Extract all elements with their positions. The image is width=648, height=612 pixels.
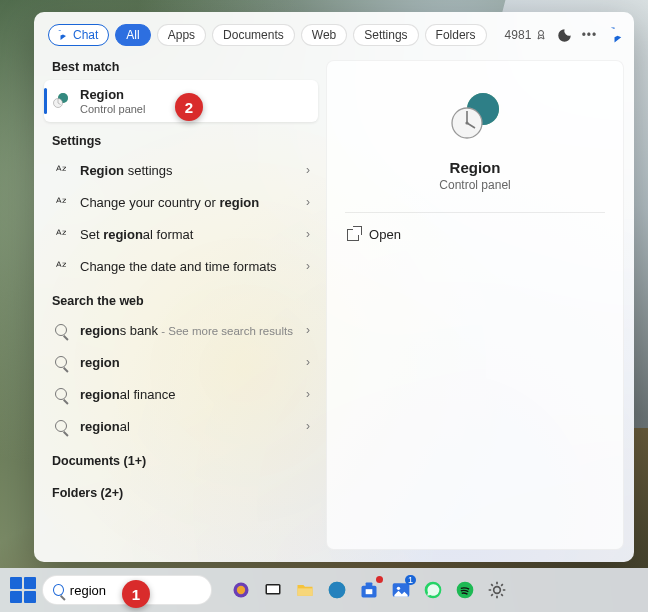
chevron-right-icon: › — [306, 387, 310, 401]
search-scope-bar: Chat All Apps Documents Web Settings Fol… — [34, 12, 634, 54]
divider — [345, 212, 605, 213]
scope-settings-label: Settings — [364, 28, 407, 42]
scope-documents[interactable]: Documents — [212, 24, 295, 46]
taskbar-app-taskview[interactable] — [260, 577, 286, 603]
preview-pane: Region Control panel Open — [326, 60, 624, 550]
settings-result-regional-format[interactable]: ᴬᶻ Set regional format › — [44, 218, 318, 250]
svg-point-7 — [465, 121, 468, 124]
preview-region-icon — [447, 89, 503, 145]
scope-apps-label: Apps — [168, 28, 195, 42]
more-icon[interactable]: ••• — [582, 28, 598, 42]
search-icon — [52, 321, 70, 339]
start-search-panel: Chat All Apps Documents Web Settings Fol… — [34, 12, 634, 562]
svg-point-22 — [494, 587, 501, 594]
taskbar-app-settings[interactable] — [484, 577, 510, 603]
chevron-right-icon: › — [306, 259, 310, 273]
settings-result-date-time-formats[interactable]: ᴬᶻ Change the date and time formats › — [44, 250, 318, 282]
result-label: Region settings — [80, 163, 172, 178]
web-result-regional-finance[interactable]: regional finance › — [44, 378, 318, 410]
svg-point-14 — [329, 582, 346, 599]
svg-rect-17 — [366, 589, 373, 594]
result-label: regions bank - See more search results — [80, 323, 293, 338]
chevron-right-icon: › — [306, 227, 310, 241]
scope-folders[interactable]: Folders — [425, 24, 487, 46]
result-label: Set regional format — [80, 227, 193, 242]
search-icon — [53, 584, 64, 596]
result-label: Change the date and time formats — [80, 259, 277, 274]
taskbar-app-edge[interactable] — [324, 577, 350, 603]
svg-rect-11 — [267, 586, 279, 594]
taskbar-app-explorer[interactable] — [292, 577, 318, 603]
scope-folders-label: Folders — [436, 28, 476, 42]
scope-all-label: All — [126, 28, 139, 42]
taskbar-app-copilot[interactable] — [228, 577, 254, 603]
bing-chat-icon — [56, 29, 68, 41]
annotation-callout-2: 2 — [175, 93, 203, 121]
section-search-web: Search the web — [44, 282, 318, 314]
scope-settings[interactable]: Settings — [353, 24, 418, 46]
section-best-match: Best match — [44, 54, 318, 80]
web-result-regions-bank[interactable]: regions bank - See more search results › — [44, 314, 318, 346]
section-folders[interactable]: Folders (2+) — [44, 474, 318, 506]
taskbar: 1 — [0, 568, 648, 612]
scope-web[interactable]: Web — [301, 24, 347, 46]
best-match-text: Region Control panel — [80, 87, 145, 115]
web-result-regional[interactable]: regional › — [44, 410, 318, 442]
preview-open-action[interactable]: Open — [327, 219, 623, 250]
result-label: region — [80, 355, 120, 370]
scope-all[interactable]: All — [115, 24, 150, 46]
preview-subtitle: Control panel — [439, 178, 510, 192]
chevron-right-icon: › — [306, 323, 310, 337]
settings-item-icon: ᴬᶻ — [52, 225, 70, 243]
settings-item-icon: ᴬᶻ — [52, 193, 70, 211]
svg-point-19 — [397, 587, 400, 590]
chevron-right-icon: › — [306, 355, 310, 369]
svg-rect-16 — [366, 583, 373, 587]
search-icon — [52, 385, 70, 403]
scope-web-label: Web — [312, 28, 336, 42]
settings-result-change-country[interactable]: ᴬᶻ Change your country or region › — [44, 186, 318, 218]
settings-result-region-settings[interactable]: ᴬᶻ Region settings › — [44, 154, 318, 186]
section-documents[interactable]: Documents (1+) — [44, 442, 318, 474]
result-label: Change your country or region — [80, 195, 259, 210]
taskbar-app-spotify[interactable] — [452, 577, 478, 603]
svg-point-9 — [237, 586, 245, 594]
region-icon — [52, 92, 70, 110]
search-icon — [52, 353, 70, 371]
open-icon — [347, 229, 359, 241]
settings-item-icon: ᴬᶻ — [52, 161, 70, 179]
top-right-tools: 4981 ••• — [505, 26, 626, 44]
scope-documents-label: Documents — [223, 28, 284, 42]
preview-open-label: Open — [369, 227, 401, 242]
scope-apps[interactable]: Apps — [157, 24, 206, 46]
search-icon — [52, 417, 70, 435]
annotation-callout-1: 1 — [122, 580, 150, 608]
chevron-right-icon: › — [306, 163, 310, 177]
settings-item-icon: ᴬᶻ — [52, 257, 70, 275]
scope-chat-label: Chat — [73, 28, 98, 42]
taskbar-app-store[interactable] — [356, 577, 382, 603]
section-settings: Settings — [44, 122, 318, 154]
start-button[interactable] — [10, 577, 36, 603]
badge-icon: 1 — [405, 575, 416, 585]
result-label: regional — [80, 419, 130, 434]
scope-chat[interactable]: Chat — [48, 24, 109, 46]
bing-icon[interactable] — [607, 26, 625, 44]
results-column: Best match Region Control panel Settings… — [34, 54, 322, 560]
chevron-right-icon: › — [306, 195, 310, 209]
taskbar-app-whatsapp[interactable] — [420, 577, 446, 603]
chevron-right-icon: › — [306, 419, 310, 433]
result-label: regional finance — [80, 387, 175, 402]
rewards-points[interactable]: 4981 — [505, 28, 547, 42]
svg-rect-12 — [298, 588, 313, 596]
taskbar-app-photos[interactable]: 1 — [388, 577, 414, 603]
web-result-region[interactable]: region › — [44, 346, 318, 378]
theme-toggle-icon[interactable] — [557, 28, 572, 43]
rewards-icon — [535, 29, 547, 41]
badge-icon — [376, 576, 383, 583]
svg-point-0 — [538, 31, 543, 36]
preview-title: Region — [450, 159, 501, 176]
